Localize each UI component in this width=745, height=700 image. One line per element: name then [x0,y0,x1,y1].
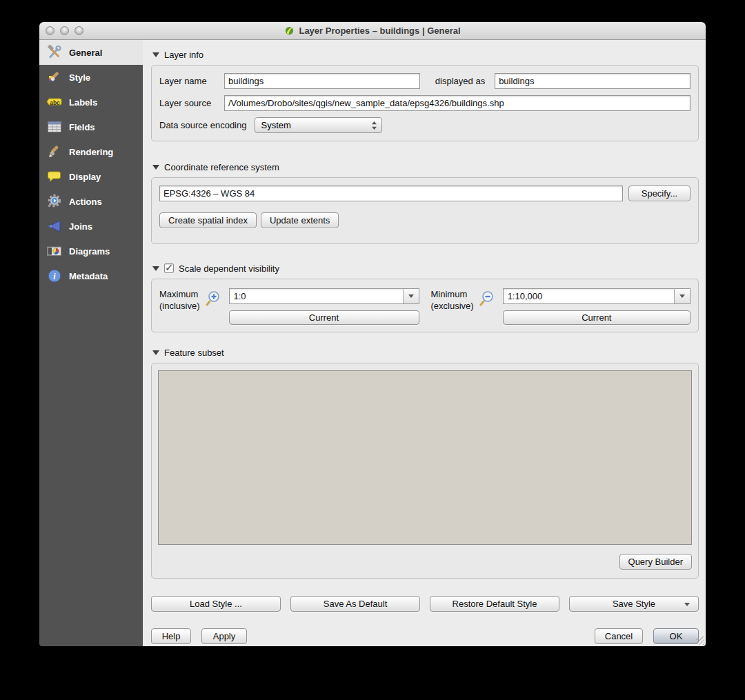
titlebar[interactable]: Layer Properties – buildings | General [39,22,706,40]
apply-button[interactable]: Apply [201,628,247,644]
join-icon [46,218,63,234]
layer-source-label: Layer source [159,98,217,108]
section-title: Scale dependent visibility [179,263,279,274]
sidebar-item-label: Rendering [69,147,113,157]
sidebar-item-label: Fields [69,122,95,132]
displayed-as-label: displayed as [435,76,485,86]
general-tab-content: Layer info Layer name displayed as Layer… [143,40,706,646]
maximum-current-button[interactable]: Current [229,310,419,325]
data-source-encoding-label: Data source encoding [159,120,246,130]
sidebar-item-fields[interactable]: Fields [39,114,143,139]
encoding-popup-value: System [261,120,290,130]
maximum-scale-value: 1:0 [230,289,403,303]
info-circle-icon: i [46,268,63,284]
sidebar-item-metadata[interactable]: i Metadata [39,263,143,288]
sidebar-item-joins[interactable]: Joins [39,214,143,239]
cancel-button[interactable]: Cancel [595,628,643,644]
save-style-dropdown-button[interactable]: Save Style [569,596,699,612]
zoom-out-icon [478,290,496,308]
dialog-buttons-row: Help Apply Cancel OK [151,628,699,644]
window-title-area: Layer Properties – buildings | General [39,26,706,36]
wrench-hammer-icon [46,44,63,61]
specify-crs-button[interactable]: Specify... [628,186,691,201]
collapse-triangle-icon[interactable] [152,266,159,271]
minimum-scale-value: 1:10,000 [504,289,674,303]
save-as-default-button[interactable]: Save As Default [290,596,420,612]
sidebar-item-labels[interactable]: abc Labels [39,90,143,114]
layer-name-input[interactable] [224,73,420,89]
resize-grip[interactable] [696,637,704,645]
style-buttons-row: Load Style ... Save As Default Restore D… [151,596,699,612]
minimum-scale-label: Minimum (exclusive) [431,288,474,312]
sidebar-item-label: Actions [69,197,102,207]
diagram-icon [46,243,63,259]
sidebar-item-label: Joins [69,221,92,232]
sidebar-item-label: Labels [69,97,97,108]
sidebar-item-diagrams[interactable]: Diagrams [39,239,143,263]
feature-subset-section-header[interactable]: Feature subset [152,346,699,359]
layer-properties-dialog: Layer Properties – buildings | General G… [39,22,706,646]
create-spatial-index-button[interactable]: Create spatial index [159,212,257,228]
gear-action-icon [46,193,63,210]
section-title: Layer info [164,50,203,60]
sidebar-item-label: Diagrams [69,246,110,257]
zoom-in-icon [204,290,222,308]
section-title: Feature subset [164,348,224,358]
crs-section-header[interactable]: Coordinate reference system [152,161,699,173]
query-builder-button[interactable]: Query Builder [619,554,692,570]
update-extents-button[interactable]: Update extents [261,212,339,228]
popup-updown-icon [371,121,377,130]
collapse-triangle-icon[interactable] [152,350,159,355]
paintbrush-palette-icon [46,69,63,86]
collapse-triangle-icon[interactable] [152,52,159,57]
sidebar-item-rendering[interactable]: Rendering [39,139,143,164]
sidebar-item-general[interactable]: General [39,40,143,65]
layer-name-label: Layer name [159,76,217,86]
chevron-down-icon [408,294,414,298]
maximum-scale-combobox[interactable]: 1:0 [229,288,419,304]
sidebar-item-style[interactable]: Style [39,65,143,90]
feature-subset-groupbox: Query Builder [151,363,699,579]
maximum-scale-label: Maximum (inclusive) [159,288,200,312]
abc-tag-icon: abc [46,94,63,110]
layer-info-section-header[interactable]: Layer info [152,48,699,61]
load-style-button[interactable]: Load Style ... [151,596,281,612]
scale-visibility-section-header[interactable]: Scale dependent visibility [152,262,699,274]
paintbrush-icon [46,143,63,160]
minimum-current-button[interactable]: Current [503,310,691,325]
layer-info-groupbox: Layer name displayed as Layer source Dat… [151,65,699,141]
chevron-down-icon [684,603,690,606]
help-button[interactable]: Help [151,628,191,644]
minimum-scale-combobox[interactable]: 1:10,000 [503,288,691,304]
properties-sidebar: General Style [39,40,143,646]
svg-text:abc: abc [50,99,60,106]
sidebar-item-label: Display [69,172,101,182]
sidebar-item-label: General [69,48,102,58]
scale-visibility-groupbox: Maximum (inclusive) 1:0 [151,279,699,332]
feature-subset-query-textarea[interactable] [158,370,692,545]
combo-arrow-cell[interactable] [403,289,419,303]
displayed-as-input[interactable] [495,73,691,89]
speech-bubble-icon [46,168,63,185]
chevron-down-icon [679,294,685,298]
sidebar-item-display[interactable]: Display [39,164,143,189]
layer-source-input[interactable] [224,95,691,111]
sidebar-item-label: Metadata [69,271,108,281]
sidebar-item-actions[interactable]: Actions [39,189,143,214]
ok-button[interactable]: OK [653,628,699,644]
crs-groupbox: Specify... Create spatial index Update e… [151,177,699,244]
combo-arrow-cell[interactable] [674,289,690,303]
scale-visibility-checkbox[interactable] [164,263,174,273]
collapse-triangle-icon[interactable] [152,165,159,170]
window-title: Layer Properties – buildings | General [299,26,460,36]
restore-default-style-button[interactable]: Restore Default Style [430,596,559,612]
crs-input[interactable] [159,186,623,201]
qgis-logo-icon [284,26,295,36]
section-title: Coordinate reference system [164,162,279,172]
attribute-table-icon [46,119,63,135]
save-style-label: Save Style [613,599,655,609]
sidebar-item-label: Style [69,72,90,83]
encoding-popup[interactable]: System [255,117,382,133]
